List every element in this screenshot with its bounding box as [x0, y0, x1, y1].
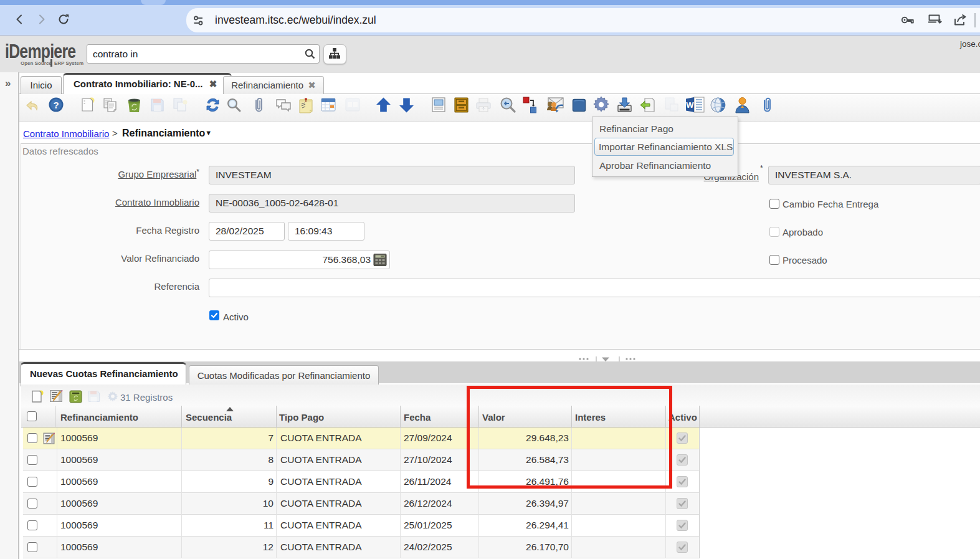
svg-text:W: W	[686, 100, 694, 110]
svg-text:?: ?	[53, 100, 59, 110]
